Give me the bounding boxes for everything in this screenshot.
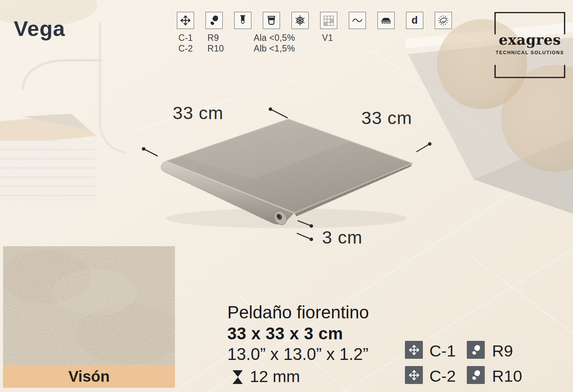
dimension-width-label: 33 cm	[173, 102, 223, 123]
thickness-icon	[230, 369, 245, 385]
color-swatch: Visón	[3, 246, 175, 388]
product-name: Peldaño fiorentino	[227, 302, 369, 323]
dimensions-badge-icon	[405, 341, 423, 359]
brand-name: exagres	[494, 31, 566, 48]
letter-d-icon: d	[406, 12, 423, 29]
spec-label-alb: Alb <1,5%	[254, 44, 295, 54]
badge-label-r10: R10	[492, 367, 522, 386]
product-size-cm: 33 x 33 x 3 cm	[227, 324, 343, 343]
wave-icon	[349, 12, 366, 29]
spec-label-c2: C-2	[178, 44, 193, 54]
test-tube-icon	[234, 12, 251, 29]
spec-icon-row: d	[177, 12, 452, 29]
spec-label-r10: R10	[207, 44, 224, 54]
badge-label-c2: C-2	[429, 367, 456, 386]
svg-text:d: d	[411, 15, 418, 26]
badge-label-c1: C-1	[429, 342, 456, 360]
brand-logo: exagres TECHNICAL SOLUTIONS	[494, 11, 566, 79]
dimension-height-label: 3 cm	[322, 227, 363, 248]
dimensions-icon	[177, 12, 194, 29]
antibacterial-icon	[435, 12, 452, 29]
extruded-base-icon	[377, 12, 395, 29]
shade-variation-icon	[320, 12, 337, 29]
swatch-color-name: Visón	[68, 368, 110, 385]
brand-tagline: TECHNICAL SOLUTIONS	[494, 50, 566, 55]
slip-resistance-icon	[206, 12, 223, 29]
water-absorption-icon	[263, 12, 280, 29]
swatch-texture	[3, 246, 175, 365]
swatch-name-bar: Visón	[3, 365, 175, 388]
dimension-depth-label: 33 cm	[361, 107, 412, 128]
spec-label-ala: Ala <0,5%	[254, 33, 295, 43]
spec-label-r9: R9	[207, 33, 219, 43]
product-thickness: 12 mm	[250, 367, 300, 386]
badge-label-r9: R9	[492, 342, 513, 360]
spec-label-v1: V1	[322, 33, 333, 43]
slip-badge-icon	[467, 341, 485, 359]
page-title: Vega	[14, 16, 65, 41]
product-datasheet: Vega	[0, 0, 573, 392]
product-size-inches: 13.0” x 13.0” x 1.2”	[227, 345, 368, 364]
slip-badge-icon-2	[467, 366, 485, 384]
spec-label-c1: C-1	[178, 33, 193, 43]
frost-resistance-icon	[291, 12, 309, 29]
dimensions-badge-icon-2	[405, 366, 423, 384]
